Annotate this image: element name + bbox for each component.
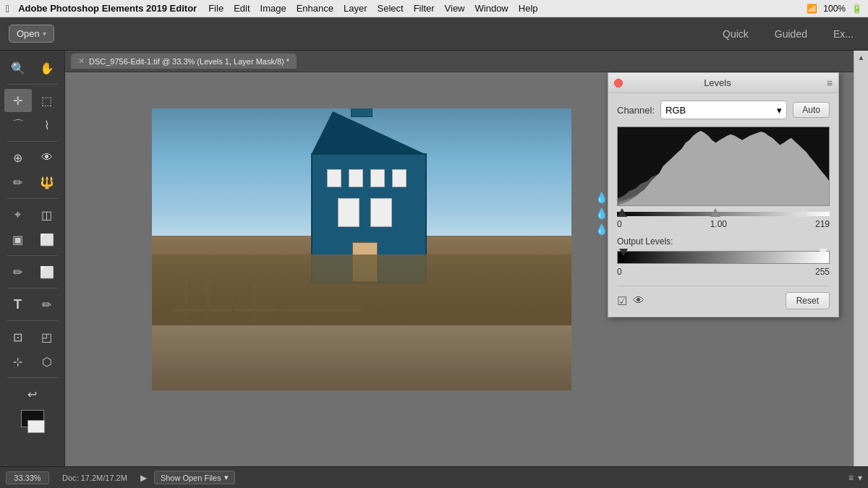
- levels-menu-icon[interactable]: ≡: [827, 77, 833, 89]
- magnetic-lasso-tool[interactable]: ⌇: [33, 114, 61, 137]
- status-expand-icon[interactable]: ▾: [858, 473, 862, 483]
- tab-filename: DSC_9756-Edit-1.tif @ 33.3% (Levels 1, L…: [89, 57, 289, 66]
- output-black-handle[interactable]: [619, 249, 628, 256]
- levels-panel: Levels ≡ Channel: RGB ▾ Auto: [608, 72, 839, 317]
- mode-tabs: Quick Guided Ex...: [717, 25, 859, 43]
- input-min-value: 0: [617, 219, 622, 229]
- eye-tool[interactable]: 👁: [33, 146, 61, 169]
- apple-logo[interactable]: : [6, 3, 9, 14]
- levels-title: Levels: [608, 77, 827, 88]
- gradient-tool[interactable]: ⬜: [33, 228, 61, 251]
- battery-icon: 🔋: [851, 4, 862, 14]
- right-panel-indicator: ▲: [857, 53, 865, 61]
- clone-tool[interactable]: 🔱: [33, 171, 61, 194]
- menu-items: File Edit Image Enhance Layer Select Fil…: [208, 3, 807, 14]
- status-list-icon[interactable]: ≡: [848, 473, 854, 483]
- menu-window[interactable]: Window: [475, 3, 509, 14]
- eraser2-tool[interactable]: ⬜: [33, 260, 61, 283]
- white-eyedropper-button[interactable]: 💧: [595, 223, 608, 235]
- input-slider-track[interactable]: [617, 212, 830, 216]
- text-tool[interactable]: T: [4, 293, 32, 316]
- levels-body: Channel: RGB ▾ Auto: [608, 93, 838, 317]
- healing-tool[interactable]: ✏: [4, 171, 32, 194]
- menu-file[interactable]: File: [208, 3, 224, 14]
- move-layer-tool[interactable]: ⊕: [4, 146, 32, 169]
- tool-divider-4: [7, 255, 58, 256]
- wifi-icon: 📶: [807, 4, 817, 14]
- input-gray-handle[interactable]: [710, 208, 720, 217]
- tab-expert[interactable]: Ex...: [827, 25, 859, 43]
- open-chevron-icon: ▾: [43, 30, 46, 38]
- levels-titlebar: Levels ≡: [608, 73, 838, 93]
- move-tool[interactable]: ✛: [4, 89, 32, 112]
- open-label: Open: [17, 28, 40, 39]
- black-eyedropper-button[interactable]: 💧: [595, 192, 608, 203]
- right-panel: ▲: [854, 51, 868, 466]
- preview-eye-icon[interactable]: 👁: [633, 294, 644, 307]
- photo-beach: [152, 325, 571, 390]
- status-right-icons: ≡ ▾: [848, 473, 862, 483]
- zoom-tool[interactable]: 🔍: [4, 56, 32, 80]
- histogram: [617, 127, 830, 206]
- background-color[interactable]: [27, 420, 45, 433]
- channel-dropdown-arrow-icon: ▾: [777, 105, 782, 116]
- output-min-value: 0: [617, 267, 622, 277]
- histogram-svg: [618, 127, 829, 205]
- menu-select[interactable]: Select: [378, 3, 404, 14]
- output-white-handle[interactable]: [819, 249, 827, 256]
- gray-eyedropper-button[interactable]: 💧: [595, 207, 608, 219]
- menu-enhance[interactable]: Enhance: [297, 3, 333, 14]
- input-black-handle[interactable]: [617, 208, 627, 217]
- brush-tool[interactable]: ⌖: [4, 203, 32, 226]
- open-button[interactable]: Open ▾: [9, 25, 54, 43]
- menu-filter[interactable]: Filter: [414, 3, 435, 14]
- tab-guided[interactable]: Guided: [769, 25, 813, 43]
- visibility-checkbox-icon[interactable]: ☑: [617, 294, 627, 308]
- menu-bar:  Adobe Photoshop Elements 2019 Editor F…: [0, 0, 868, 17]
- menu-help[interactable]: Help: [519, 3, 538, 14]
- tab-close-icon[interactable]: ✕: [78, 56, 85, 66]
- back-tool[interactable]: ↩: [19, 382, 46, 406]
- show-files-label: Show Open Files: [161, 474, 221, 482]
- tool-divider-7: [7, 377, 58, 378]
- custom-shape-tool[interactable]: ⬡: [33, 350, 61, 373]
- toolbar: Open ▾ Quick Guided Ex...: [0, 17, 868, 51]
- reset-button[interactable]: Reset: [786, 292, 830, 309]
- paint-bucket-tool[interactable]: ▣: [4, 228, 32, 251]
- input-max-value: 219: [815, 219, 830, 229]
- tool-divider-5: [7, 288, 58, 288]
- footer-icons: ☑ 👁: [617, 294, 644, 308]
- channel-dropdown[interactable]: RGB ▾: [660, 100, 787, 119]
- auto-button[interactable]: Auto: [793, 102, 830, 118]
- output-slider-track[interactable]: [617, 251, 830, 264]
- lasso-tool[interactable]: ⌒: [4, 114, 32, 137]
- recompose-tool[interactable]: ◰: [33, 325, 61, 348]
- text-edit-tool[interactable]: ✏: [33, 293, 61, 316]
- hand-tool[interactable]: ✋: [33, 56, 61, 80]
- zoom-level: 33.33%: [6, 471, 49, 484]
- menu-layer[interactable]: Layer: [344, 3, 367, 14]
- tab-quick[interactable]: Quick: [717, 25, 754, 43]
- tools-panel: 🔍 ✋ ✛ ⬚ ⌒ ⌇ ⊕ 👁 ✏ 🔱 ⌖ ◫ ▣ ⬜: [0, 51, 65, 466]
- eraser-tool[interactable]: ◫: [33, 203, 61, 226]
- status-arrow-icon[interactable]: ▶: [140, 473, 147, 483]
- marquee-tool[interactable]: ⬚: [33, 89, 61, 112]
- menu-edit[interactable]: Edit: [234, 3, 250, 14]
- canvas-area: ✕ DSC_9756-Edit-1.tif @ 33.3% (Levels 1,…: [65, 51, 854, 466]
- output-label: Output Levels:: [617, 236, 830, 247]
- straighten-tool[interactable]: ⊹: [4, 350, 32, 373]
- menu-view[interactable]: View: [445, 3, 465, 14]
- photo-tower: [351, 108, 373, 117]
- status-bar: 33.33% Doc: 17.2M/17.2M ▶ Show Open File…: [0, 466, 868, 488]
- input-white-handle[interactable]: [798, 208, 808, 217]
- show-open-files-dropdown[interactable]: Show Open Files ▾: [154, 471, 235, 484]
- file-tab[interactable]: ✕ DSC_9756-Edit-1.tif @ 33.3% (Levels 1,…: [71, 53, 297, 69]
- channel-value: RGB: [665, 105, 686, 116]
- app-name: Adobe Photoshop Elements 2019 Editor: [18, 3, 197, 14]
- main-area: 🔍 ✋ ✛ ⬚ ⌒ ⌇ ⊕ 👁 ✏ 🔱 ⌖ ◫ ▣ ⬜: [0, 51, 868, 466]
- pencil-tool[interactable]: ✏: [4, 260, 32, 283]
- levels-values: 0 1.00 219: [617, 219, 830, 229]
- crop-tool[interactable]: ⊡: [4, 325, 32, 348]
- menu-image[interactable]: Image: [260, 3, 286, 14]
- doc-info: Doc: 17.2M/17.2M: [56, 474, 133, 482]
